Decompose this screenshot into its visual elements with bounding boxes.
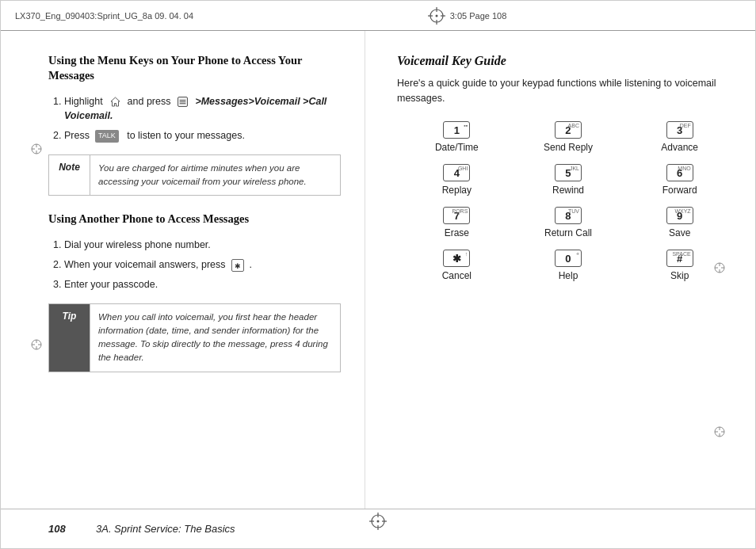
step-2-2-text: When your voicemail answers, press (64, 259, 228, 270)
section-title-menu-keys: Using the Menu Keys on Your Phone to Acc… (48, 53, 341, 83)
section-title-another-phone: Using Another Phone to Access Messages (48, 212, 341, 227)
star-key-icon: ✱ (231, 259, 244, 272)
key-cell-date/time: 1▪▪Date/Time (405, 121, 509, 153)
key-label-rewind: Rewind (552, 185, 584, 196)
key-grid: 1▪▪Date/Time2ABCSend Reply3DEFAdvance4GH… (397, 121, 731, 281)
content-area: Using the Menu Keys on Your Phone to Acc… (1, 31, 755, 509)
step-2-3: Enter your passcode. (64, 277, 341, 292)
key-icon-5: 5JKL (555, 164, 582, 181)
header-center: 3:05 Page 108 (428, 7, 507, 25)
key-icon-✱: ✱↑ (443, 250, 470, 267)
key-icon-3: 3DEF (666, 121, 693, 139)
key-label-replay: Replay (442, 185, 472, 196)
key-label-date/time: Date/Time (435, 142, 479, 153)
key-icon-9: 9WXYZ (666, 207, 693, 224)
key-label-send-reply: Send Reply (544, 142, 593, 153)
vkg-description: Here's a quick guide to your keypad func… (397, 76, 731, 106)
step-2-press: Press (64, 130, 92, 141)
steps-list-2: Dial your wireless phone number. When yo… (48, 238, 341, 292)
svg-point-5 (435, 14, 437, 17)
right-column: Voicemail Key Guide Here's a quick guide… (365, 31, 755, 509)
key-label-erase: Erase (445, 227, 469, 238)
key-cell-return-call: 8TUVReturn Call (517, 207, 620, 238)
key-label-save: Save (669, 227, 690, 238)
step-2-listen: to listen to your messages. (121, 130, 245, 141)
key-cell-advance: 3DEFAdvance (628, 121, 731, 153)
key-icon-7: 7PQRS (443, 207, 470, 224)
svg-rect-27 (180, 100, 186, 101)
key-label-cancel: Cancel (442, 270, 472, 281)
crosshair-icon (428, 7, 445, 25)
key-label-skip: Skip (670, 270, 689, 281)
note-text: You are charged for airtime minutes when… (90, 155, 340, 196)
key-cell-save: 9WXYZSave (628, 207, 731, 238)
vkg-title: Voicemail Key Guide (397, 53, 731, 70)
bottom-crosshair (369, 513, 387, 532)
key-cell-help: 0+Help (517, 250, 620, 281)
header-center-text: 3:05 Page 108 (450, 11, 507, 21)
key-icon-8: 8TUV (555, 207, 582, 224)
tip-label: Tip (49, 304, 90, 372)
step-1: Highlight and press >Messages>Voicemail … (64, 94, 341, 124)
svg-text:✱: ✱ (235, 261, 241, 269)
svg-point-36 (377, 520, 380, 523)
page-wrapper: LX370_Eng_090403:Sprint_UG_8a 09. 04. 04… (0, 0, 756, 549)
left-column: Using the Menu Keys on Your Phone to Acc… (1, 31, 365, 509)
key-cell-erase: 7PQRSErase (405, 207, 509, 238)
key-icon-2: 2ABC (555, 121, 582, 139)
key-cell-cancel: ✱↑Cancel (405, 250, 509, 281)
key-cell-forward: 6MNOForward (628, 164, 731, 196)
steps-list-1: Highlight and press >Messages>Voicemail … (48, 94, 341, 143)
step-1-highlight: Highlight (64, 96, 105, 107)
tip-text: When you call into voicemail, you first … (90, 304, 340, 372)
footer-chapter: 3A. Sprint Service: The Basics (96, 523, 235, 535)
note-box: Note You are charged for airtime minutes… (48, 154, 341, 196)
key-icon-0: 0+ (555, 250, 582, 267)
talk-icon: TALK (95, 130, 119, 143)
svg-rect-28 (180, 101, 186, 102)
footer-page-number: 108 (48, 523, 80, 535)
key-cell-replay: 4GHIReplay (405, 164, 509, 196)
step-1-and-press: and press (124, 96, 174, 107)
key-cell-skip: #SPACESkip (628, 250, 731, 281)
step-2-2-period: . (246, 259, 252, 270)
step-2-1: Dial your wireless phone number. (64, 238, 341, 253)
step-2-2: When your voicemail answers, press ✱ . (64, 257, 341, 273)
tip-box: Tip When you call into voicemail, you fi… (48, 303, 341, 372)
key-label-help: Help (559, 270, 578, 281)
key-cell-rewind: 5JKLRewind (517, 164, 620, 196)
key-icon-#: #SPACE (666, 250, 693, 267)
svg-marker-26 (111, 97, 120, 106)
key-label-advance: Advance (661, 142, 698, 153)
key-label-return-call: Return Call (544, 227, 592, 238)
note-label: Note (49, 155, 90, 196)
key-icon-6: 6MNO (666, 164, 693, 181)
step-2: Press TALK to listen to your messages. (64, 128, 341, 143)
key-label-forward: Forward (662, 185, 697, 196)
header-left: LX370_Eng_090403:Sprint_UG_8a 09. 04. 04 (15, 11, 193, 21)
key-cell-send-reply: 2ABCSend Reply (517, 121, 620, 153)
key-icon-4: 4GHI (443, 164, 470, 181)
menu-icon (178, 97, 188, 107)
key-icon-1: 1▪▪ (443, 121, 470, 139)
svg-rect-29 (180, 103, 186, 104)
header-bar: LX370_Eng_090403:Sprint_UG_8a 09. 04. 04… (1, 1, 755, 31)
home-icon (110, 97, 120, 107)
